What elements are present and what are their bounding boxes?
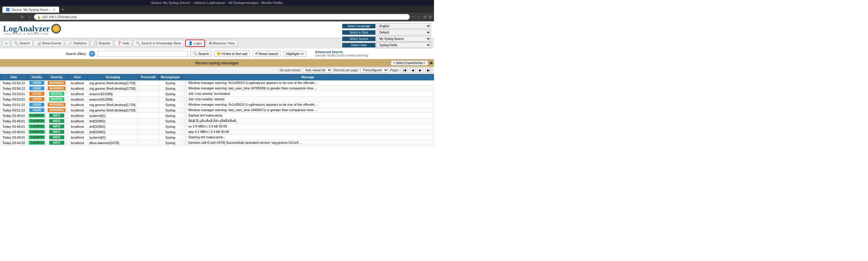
tab-close-button[interactable]: ✕ (53, 8, 56, 11)
refresh-button[interactable]: ● (2, 40, 10, 47)
search-button[interactable]: 🔍 Search (11, 40, 33, 47)
message-icon[interactable]: 📄 (183, 81, 187, 85)
cell-syslogtag: org.gnome.Shell.desktop[1729]: (88, 86, 137, 91)
highlight-button[interactable]: Highlight >> (283, 51, 307, 57)
show-events-button[interactable]: 📊 Show Events (34, 40, 64, 47)
advanced-search-link[interactable]: Advanced Search (315, 50, 343, 54)
cell-message[interactable]: 📄 Ã€Æ'Ã¸çÃ½Ã¤Ã·Ã¢=çÃ¥Ã®Ã¤Ã¸ (182, 118, 434, 124)
cell-message[interactable]: 📄 Job 'cron.weekly' terminated (182, 91, 434, 97)
reset-search-button[interactable]: ↺ Reset search (252, 51, 281, 57)
search-kb-button[interactable]: 🔍 Search in Knowledge Base (133, 40, 184, 47)
menu-button[interactable]: ⋯ (412, 15, 415, 19)
pager-last-button[interactable]: ▶| (425, 68, 432, 73)
cell-message[interactable]: 📄 Window manager warning: 0x1c00010 (Log… (182, 102, 434, 108)
export-button[interactable]: > Select Exportformat < (391, 60, 428, 65)
select-language-dropdown[interactable]: English (377, 23, 431, 29)
table-row[interactable]: Today 03:48:01 DAEMON INFO localhost sys… (0, 113, 434, 118)
message-icon[interactable]: 📄 (183, 103, 187, 106)
search-label: Search (filter): (66, 52, 87, 56)
cell-facility: DAEMON (28, 118, 46, 124)
pager-first-button[interactable]: |◀ (401, 68, 408, 73)
pager-prev-button[interactable]: ◀ (409, 68, 415, 73)
message-icon[interactable]: 📄 (183, 130, 187, 134)
pager-next-button[interactable]: ▶ (417, 68, 424, 73)
browser-tab[interactable]: Source 'My Syslog Sourc... ✕ (2, 7, 59, 13)
message-icon[interactable]: 📄 (183, 86, 187, 90)
bookmark-button[interactable]: ☆ (418, 15, 421, 19)
message-icon[interactable]: 📄 (183, 124, 187, 128)
cell-date: Today 03:51:22 (0, 102, 28, 108)
col-msg[interactable]: Message (182, 74, 434, 80)
cell-message[interactable]: 📄 Window manager warning: last_user_time… (182, 108, 434, 113)
table-row[interactable]: Today 03:48:01 DAEMON INFO localhost dnf… (0, 118, 434, 124)
table-row[interactable]: Today 03:48:01 DAEMON INFO localhost dnf… (0, 129, 434, 135)
col-processid[interactable]: ProcessID (137, 74, 159, 80)
cell-syslogtag: org.gnome.Shell.desktop[1729]: (88, 102, 137, 108)
help-label: Help (123, 41, 129, 45)
cell-message[interactable]: 📄 Started dnf makecache. (182, 113, 434, 118)
table-row[interactable]: Today 03:44:20 DAEMON INFO localhost dbu… (0, 140, 434, 146)
table-row[interactable]: Today 03:56:22 USER WARNING localhost or… (0, 86, 434, 91)
cell-message[interactable]: 📄 app 4.2 MB/s | 3.4 kB 00:00 (182, 129, 434, 135)
col-syslogtag[interactable]: Syslogtag (88, 74, 137, 80)
scroll-right-icon[interactable]: ▶ (430, 61, 433, 65)
reports-button[interactable]: 📋 Reports (91, 40, 113, 47)
message-icon[interactable]: 📄 (183, 141, 187, 144)
table-row[interactable]: Today 03:51:22 USER WARNING localhost or… (0, 108, 434, 113)
message-icon[interactable]: 📄 (183, 114, 187, 117)
search-toggle-button[interactable]: ▼ (89, 51, 95, 57)
login-button[interactable]: 👤 Login (185, 39, 205, 47)
auto-reload-select[interactable]: Auto reload dis (303, 68, 332, 73)
table-row[interactable]: Today 03:53:01 CRON NOTICE localhost ana… (0, 91, 434, 97)
cell-host: localhost (67, 118, 88, 124)
home-button[interactable]: ⌂ (27, 14, 32, 20)
message-icon[interactable]: 📄 (183, 135, 187, 139)
message-icon[interactable]: 📄 (183, 97, 187, 101)
cell-severity: NOTICE (46, 91, 67, 97)
table-row[interactable]: Today 03:51:22 USER WARNING localhost or… (0, 102, 434, 108)
table-row[interactable]: Today 03:48:01 DAEMON INFO localhost dnf… (0, 124, 434, 129)
reload-button[interactable]: ↻ (19, 14, 25, 20)
cell-message[interactable]: 📄 Window manager warning: 0x1c00010 (Log… (182, 80, 434, 86)
select-style-dropdown[interactable]: Default (377, 30, 431, 35)
feel-lucky-button[interactable]: 😔 I'd like to feel sad (214, 51, 250, 57)
col-facility[interactable]: Facility (28, 74, 46, 80)
cell-facility: USER (28, 108, 46, 113)
cell-message[interactable]: 📄 Job 'cron.weekly' started (182, 97, 434, 102)
message-icon[interactable]: 📄 (183, 108, 187, 112)
search-submit-button[interactable]: 🔍 Search (190, 51, 212, 57)
help-button[interactable]: ❓ Help (114, 40, 132, 47)
url-box[interactable]: 🔒 192.168.1.55/index.php (34, 14, 410, 20)
records-select[interactable]: Preconfigured (360, 68, 389, 73)
col-host[interactable]: Host (67, 74, 88, 80)
sidebar-toggle[interactable]: ⊟ (424, 15, 427, 19)
table-row[interactable]: Today 03:53:01 CRON NOTICE localhost ana… (0, 97, 434, 102)
select-view-dropdown[interactable]: Syslog Fields (377, 42, 431, 48)
maximize-button[interactable]: ⊞ Maximize View (206, 40, 238, 47)
reports-icon: 📋 (93, 41, 98, 45)
new-tab-button[interactable]: + (59, 7, 67, 12)
message-icon[interactable]: 📄 (183, 119, 187, 123)
search-input[interactable] (97, 51, 188, 57)
back-button[interactable]: ← (2, 14, 9, 20)
cell-message[interactable]: 📄 [session uid=0 pid=1676] Successfully … (182, 140, 434, 146)
col-severity[interactable]: Severity (46, 74, 67, 80)
cell-message[interactable]: 📄 Starting dnf makecache... (182, 135, 434, 140)
table-row[interactable]: Today 03:48:01 DAEMON INFO localhost sys… (0, 135, 434, 140)
search-submit-icon: 🔍 (193, 52, 197, 56)
forward-button[interactable]: → (11, 14, 18, 20)
statistics-button[interactable]: 📈 Statistics (65, 40, 89, 47)
col-date[interactable]: Date (0, 74, 28, 80)
severity-badge: WARNING (48, 86, 65, 90)
select-source-dropdown[interactable]: My Syslog Source (377, 36, 431, 42)
message-icon[interactable]: 📄 (183, 92, 187, 95)
cell-date: Today 03:48:01 (0, 129, 28, 135)
pager-label: Pager: (390, 68, 399, 72)
cell-facility: USER (28, 102, 46, 108)
cell-message[interactable]: 📄 Window manager warning: last_user_time… (182, 86, 434, 91)
fullscreen-button[interactable]: ⧉ (429, 15, 432, 19)
table-row[interactable]: Today 03:56:22 USER WARNING localhost or… (0, 80, 434, 86)
cell-message[interactable]: 📄 os 3.8 MB/s | 3.9 kB 00:00 (182, 124, 434, 129)
col-msgtype[interactable]: Messagetype (159, 74, 182, 80)
cell-syslogtag: dnf[32962]: (88, 124, 137, 129)
